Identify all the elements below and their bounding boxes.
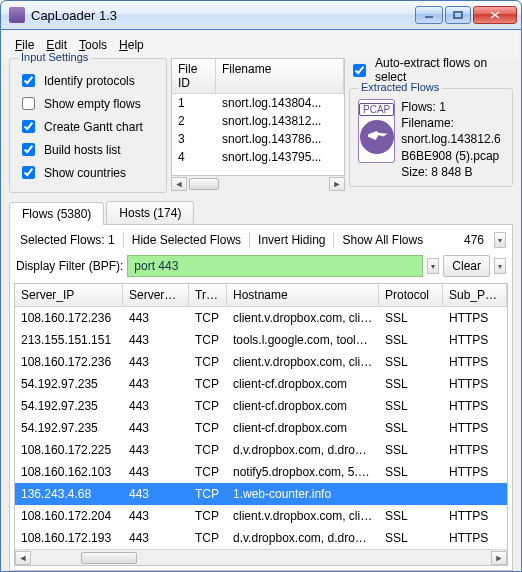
grid-scroll-left-icon[interactable]: ◄ [15, 551, 31, 565]
identify-protocols-label: Identify protocols [44, 74, 135, 88]
cell-hostname: client.v.dropbox.com, clien... [227, 307, 379, 329]
maximize-button[interactable] [445, 6, 471, 24]
show-all-flows-button[interactable]: Show All Flows [338, 231, 427, 249]
cell-hostname: notify5.dropbox.com, 5.noti... [227, 461, 379, 483]
tab-flows[interactable]: Flows (5380) [9, 202, 104, 225]
cell-port: 443 [123, 483, 189, 505]
invert-hiding-button[interactable]: Invert Hiding [254, 231, 329, 249]
cell-protocol: SSL [379, 351, 443, 373]
cell-transport: TCP [189, 461, 227, 483]
grid-scroll-thumb[interactable] [81, 552, 137, 564]
flow-row[interactable]: 108.160.172.225443TCPd.v.dropbox.com, d.… [15, 439, 507, 461]
identify-protocols-checkbox[interactable] [22, 74, 35, 87]
grid-hscroll[interactable]: ◄ ► [15, 549, 507, 565]
create-gantt-checkbox[interactable] [22, 120, 35, 133]
display-filter-label: Display Filter (BPF): [16, 259, 123, 273]
cell-ip: 108.160.162.103 [15, 461, 123, 483]
filename-header[interactable]: Filename [216, 59, 344, 93]
create-gantt-label: Create Gantt chart [44, 120, 143, 134]
flowbar-overflow-icon[interactable]: ▾ [494, 232, 506, 248]
cell-ip: 108.160.172.193 [15, 527, 123, 549]
wireshark-icon [360, 120, 394, 154]
cell-sub-protocol [443, 483, 507, 505]
col-server-port[interactable]: Server_Port [123, 284, 189, 306]
pcap-file-icon[interactable]: PCAP [358, 99, 395, 163]
cell-ip: 54.192.97.235 [15, 373, 123, 395]
cell-protocol: SSL [379, 439, 443, 461]
display-filter-input[interactable]: port 443 [127, 255, 423, 277]
cell-ip: 136.243.4.68 [15, 483, 123, 505]
show-empty-flows-checkbox[interactable] [22, 97, 35, 110]
cell-port: 443 [123, 417, 189, 439]
grid-scroll-right-icon[interactable]: ► [491, 551, 507, 565]
file-row[interactable]: 3snort.log.143786... [172, 130, 344, 148]
cell-hostname: tools.l.google.com, tools.g... [227, 329, 379, 351]
flow-row[interactable]: 54.192.97.235443TCPclient-cf.dropbox.com… [15, 417, 507, 439]
file-row[interactable]: 1snort.log.143804... [172, 94, 344, 112]
cell-sub-protocol: HTTPS [443, 527, 507, 549]
tab-hosts[interactable]: Hosts (174) [106, 201, 194, 224]
scroll-left-icon[interactable]: ◄ [171, 177, 187, 191]
cell-sub-protocol: HTTPS [443, 395, 507, 417]
flow-row[interactable]: 108.160.172.193443TCPd.v.dropbox.com, d.… [15, 527, 507, 549]
scroll-right-icon[interactable]: ► [329, 177, 345, 191]
cell-sub-protocol: HTTPS [443, 461, 507, 483]
cell-transport: TCP [189, 329, 227, 351]
flow-row[interactable]: 136.243.4.68443TCP1.web-counter.info [15, 483, 507, 505]
cell-port: 443 [123, 527, 189, 549]
minimize-button[interactable] [415, 6, 443, 24]
file-row[interactable]: 2snort.log.143812... [172, 112, 344, 130]
show-countries-checkbox[interactable] [22, 166, 35, 179]
cell-hostname: client-cf.dropbox.com [227, 417, 379, 439]
filter-dropdown-icon[interactable]: ▾ [427, 258, 439, 274]
cell-protocol: SSL [379, 505, 443, 527]
flow-row[interactable]: 108.160.162.103443TCPnotify5.dropbox.com… [15, 461, 507, 483]
col-sub-protocol[interactable]: Sub_Protocol [443, 284, 507, 306]
close-button[interactable] [473, 6, 517, 24]
file-id-header[interactable]: File ID [172, 59, 216, 93]
svg-rect-1 [454, 12, 462, 18]
auto-extract-checkbox[interactable] [353, 64, 366, 77]
flow-row[interactable]: 108.160.172.236443TCPclient.v.dropbox.co… [15, 351, 507, 373]
scroll-thumb[interactable] [189, 178, 219, 190]
show-empty-flows-label: Show empty flows [44, 97, 141, 111]
cell-transport: TCP [189, 417, 227, 439]
flow-row[interactable]: 213.155.151.151443TCPtools.l.google.com,… [15, 329, 507, 351]
col-transport[interactable]: Trans [189, 284, 227, 306]
flow-row[interactable]: 108.160.172.204443TCPclient.v.dropbox.co… [15, 505, 507, 527]
build-hosts-checkbox[interactable] [22, 143, 35, 156]
cell-transport: TCP [189, 395, 227, 417]
file-id-cell: 1 [172, 94, 216, 112]
col-hostname[interactable]: Hostname [227, 284, 379, 306]
flow-row[interactable]: 54.192.97.235443TCPclient-cf.dropbox.com… [15, 395, 507, 417]
cell-hostname: client.v.dropbox.com, clien... [227, 505, 379, 527]
cell-hostname: 1.web-counter.info [227, 483, 379, 505]
hide-selected-button[interactable]: Hide Selected Flows [128, 231, 245, 249]
filename-cell: snort.log.143804... [216, 94, 344, 112]
titlebar[interactable]: CapLoader 1.3 [0, 0, 522, 30]
file-list-hscroll[interactable]: ◄ ► [171, 176, 345, 192]
flow-row[interactable]: 108.160.172.236443TCPclient.v.dropbox.co… [15, 307, 507, 329]
selected-flows-label: Selected Flows: 1 [16, 231, 119, 249]
cell-port: 443 [123, 373, 189, 395]
auto-extract-label: Auto-extract flows on select [375, 56, 513, 84]
col-server-ip[interactable]: Server_IP [15, 284, 123, 306]
cell-ip: 108.160.172.204 [15, 505, 123, 527]
cell-port: 443 [123, 505, 189, 527]
cell-ip: 54.192.97.235 [15, 417, 123, 439]
file-row[interactable]: 4snort.log.143795... [172, 148, 344, 166]
cell-protocol: SSL [379, 461, 443, 483]
cell-ip: 213.155.151.151 [15, 329, 123, 351]
cell-sub-protocol: HTTPS [443, 439, 507, 461]
col-protocol[interactable]: Protocol [379, 284, 443, 306]
flows-panel: Selected Flows: 1 Hide Selected Flows In… [9, 224, 513, 571]
filename-cell: snort.log.143812... [216, 112, 344, 130]
flow-row[interactable]: 54.192.97.235443TCPclient-cf.dropbox.com… [15, 373, 507, 395]
filename-cell: snort.log.143795... [216, 148, 344, 166]
pcap-size: Size: 8 848 B [401, 164, 504, 180]
clear-filter-button[interactable]: Clear [443, 255, 490, 277]
filter-overflow-icon[interactable]: ▾ [494, 258, 506, 274]
cell-ip: 108.160.172.236 [15, 351, 123, 373]
menu-help[interactable]: Help [115, 36, 148, 54]
cell-protocol: SSL [379, 373, 443, 395]
